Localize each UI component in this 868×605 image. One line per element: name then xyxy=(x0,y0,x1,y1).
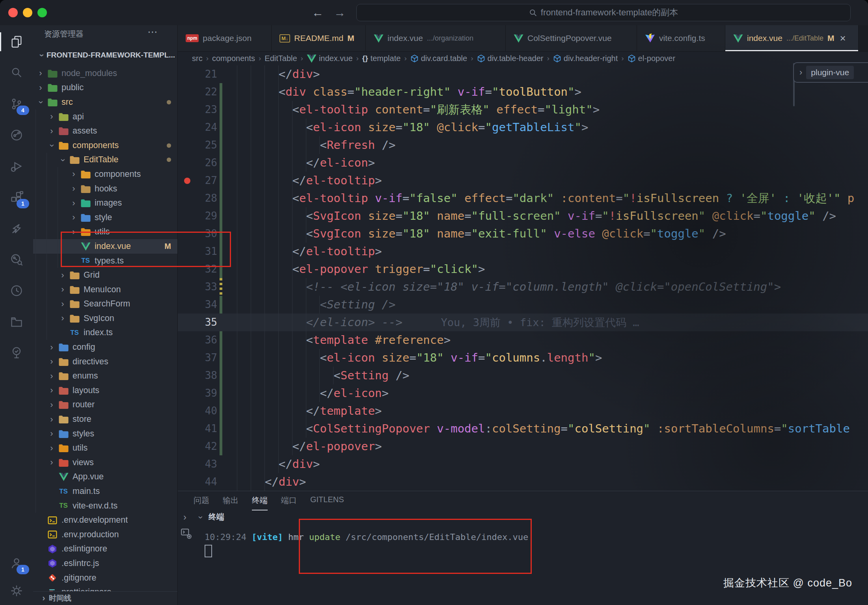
breadcrumb-item-template[interactable]: {}template xyxy=(362,54,401,63)
command-center-search[interactable]: frontend-framework-template的副本 xyxy=(356,4,851,21)
breakpoint-icon[interactable] xyxy=(184,178,190,184)
code-line-27[interactable]: 27</el-tooltip> xyxy=(178,172,868,189)
close-icon[interactable]: × xyxy=(840,32,846,45)
tree-file-.eslintrc.js[interactable]: ›.eslintrc.js xyxy=(33,556,177,571)
tree-folder-config[interactable]: ›config xyxy=(33,340,177,354)
code-line-28[interactable]: 28<el-tooltip v-if="false" effect="dark"… xyxy=(178,189,868,207)
tree-folder-api[interactable]: ›api xyxy=(33,109,177,124)
tree-file-vite-env.d.ts[interactable]: ›TSvite-env.d.ts xyxy=(33,499,177,513)
code-line-33[interactable]: 33<!-- <el-icon size="18" v-if="column.l… xyxy=(178,278,868,296)
tab-index.vue.../organization[interactable]: index.vue.../organization xyxy=(366,25,506,51)
tab-index.vue.../EditTable[interactable]: index.vue.../EditTableM× xyxy=(725,25,859,51)
forward-arrow-icon[interactable]: → xyxy=(332,5,348,20)
code-line-23[interactable]: 23<el-tooltip content="刷新表格" effect="lig… xyxy=(178,101,868,119)
tree-file-index.ts[interactable]: ›TSindex.ts xyxy=(33,326,177,340)
panel-tab-问题[interactable]: 问题 xyxy=(194,495,209,510)
history-icon[interactable] xyxy=(0,277,33,305)
tree-file-.env.production[interactable]: ›.env.production xyxy=(33,527,177,542)
tree-folder-components[interactable]: ›components xyxy=(33,167,177,182)
code-line-38[interactable]: 38<Setting /> xyxy=(178,367,868,384)
panel-tab-输出[interactable]: 输出 xyxy=(223,495,238,510)
tree-folder-node_modules[interactable]: ›node_modules xyxy=(33,66,177,81)
breadcrumb-item-div.table-header[interactable]: div.table-header xyxy=(477,54,544,63)
tree-folder-layouts[interactable]: ›layouts xyxy=(33,383,177,398)
more-actions-icon[interactable]: ⋯ xyxy=(147,26,158,38)
breadcrumb-item-el-popover[interactable]: el-popover xyxy=(628,54,676,63)
tree-folder-utils[interactable]: ›utils xyxy=(33,441,177,455)
code-line-42[interactable]: 42</el-popover> xyxy=(178,438,868,455)
panel-tab-端口[interactable]: 端口 xyxy=(281,495,297,510)
code-line-30[interactable]: 30<SvgIcon size="18" name="exit-full" v-… xyxy=(178,225,868,243)
folder-library-icon[interactable] xyxy=(0,308,33,336)
panel-tab-GITLENS[interactable]: GITLENS xyxy=(310,495,344,510)
maximize-window-button[interactable] xyxy=(37,8,47,17)
tree-folder-images[interactable]: ›images xyxy=(33,196,177,210)
tree-folder-public[interactable]: ›public xyxy=(33,81,177,95)
code-line-35[interactable]: 35</el-icon> -->You, 3周前 • fix: 重构列设置代码 … xyxy=(178,314,868,331)
terminal-section-header[interactable]: › 终端 xyxy=(195,512,224,522)
code-line-34[interactable]: 34<Setting /> xyxy=(178,296,868,314)
tab-ColSettingPopover.vue[interactable]: ColSettingPopover.vue xyxy=(506,25,637,51)
todo-tree-icon[interactable] xyxy=(0,339,33,367)
tree-folder-hooks[interactable]: ›hooks xyxy=(33,182,177,196)
tree-folder-components[interactable]: ›components xyxy=(33,138,177,153)
code-line-29[interactable]: 29<SvgIcon size="18" name="full-screen" … xyxy=(178,207,868,225)
tree-folder-assets[interactable]: ›assets xyxy=(33,124,177,138)
split-terminal-icon[interactable] xyxy=(180,527,192,541)
tree-folder-SearchForm[interactable]: ›SearchForm xyxy=(33,297,177,312)
tree-file-.env.development[interactable]: ›.env.development xyxy=(33,513,177,527)
timeline-section[interactable]: › 时间线 xyxy=(33,591,177,605)
git-search-icon[interactable] xyxy=(0,245,33,274)
panel-chevron-icon[interactable]: › xyxy=(183,512,186,523)
tab-package.json[interactable]: npmpackage.json xyxy=(178,25,272,51)
tree-file-App.vue[interactable]: ›App.vue xyxy=(33,470,177,484)
tree-folder-MenuIcon[interactable]: ›MenuIcon xyxy=(33,282,177,297)
code-line-36[interactable]: 36<template #reference> xyxy=(178,331,868,349)
breadcrumb-item-index.vue[interactable]: index.vue xyxy=(307,54,353,63)
tree-folder-styles[interactable]: ›styles xyxy=(33,427,177,441)
tab-vite.config.ts[interactable]: vite.config.ts xyxy=(637,25,725,51)
code-line-37[interactable]: 37<el-icon size="18" v-if="columns.lengt… xyxy=(178,349,868,367)
search-icon[interactable] xyxy=(0,59,33,87)
tree-folder-store[interactable]: ›store xyxy=(33,412,177,427)
tree-folder-EditTable[interactable]: ›EditTable xyxy=(33,153,177,167)
code-line-41[interactable]: 41<ColSettingPopover v-model:colSetting=… xyxy=(178,420,868,438)
tree-folder-router[interactable]: ›router xyxy=(33,398,177,412)
code-line-26[interactable]: 26</el-icon> xyxy=(178,154,868,172)
tree-file-.eslintignore[interactable]: ›.eslintignore xyxy=(33,542,177,557)
run-debug-icon[interactable] xyxy=(0,152,33,180)
breadcrumb-item-src[interactable]: src xyxy=(192,54,203,63)
breadcrumb-item-components[interactable]: components xyxy=(212,54,255,63)
settings-gear-icon[interactable] xyxy=(0,577,33,605)
code-line-44[interactable]: 44</div> xyxy=(178,473,868,491)
breadcrumb-item-div.header-right[interactable]: div.header-right xyxy=(553,54,618,63)
code-line-39[interactable]: 39</el-icon> xyxy=(178,384,868,402)
breadcrumb-item-EditTable[interactable]: EditTable xyxy=(264,54,297,63)
tree-folder-SvgIcon[interactable]: ›SvgIcon xyxy=(33,311,177,326)
plugin-vue-widget[interactable]: › plugin-vue xyxy=(793,62,868,83)
tree-folder-enums[interactable]: ›enums xyxy=(33,369,177,383)
project-section-header[interactable]: › FRONTEND-FRAMEWORK-TEMPL... xyxy=(33,47,177,63)
tree-file-.gitignore[interactable]: ›.gitignore xyxy=(33,571,177,585)
code-line-43[interactable]: 43</div> xyxy=(178,455,868,473)
source-control-icon[interactable]: 4 xyxy=(0,90,33,118)
tab-README.md[interactable]: M↓README.mdM xyxy=(272,25,366,51)
tree-folder-style[interactable]: ›style xyxy=(33,210,177,225)
tree-folder-directives[interactable]: ›directives xyxy=(33,354,177,369)
gitlens-icon[interactable] xyxy=(0,214,33,243)
back-arrow-icon[interactable]: ← xyxy=(310,5,326,20)
code-line-22[interactable]: 22<div class="header-right" v-if="toolBu… xyxy=(178,83,868,101)
code-line-24[interactable]: 24<el-icon size="18" @click="getTableLis… xyxy=(178,119,868,136)
breadcrumb[interactable]: src›components›EditTable›index.vue›{}tem… xyxy=(178,51,868,65)
gitlens-inspect-icon[interactable] xyxy=(0,121,33,149)
tree-folder-Grid[interactable]: ›Grid xyxy=(33,268,177,282)
tree-folder-views[interactable]: ›views xyxy=(33,455,177,470)
tree-folder-src[interactable]: ›src xyxy=(33,95,177,109)
code-line-25[interactable]: 25<Refresh /> xyxy=(178,136,868,154)
code-line-40[interactable]: 40</template> xyxy=(178,402,868,420)
code-line-32[interactable]: 32<el-popover trigger="click"> xyxy=(178,260,868,278)
tree-file-main.ts[interactable]: ›TSmain.ts xyxy=(33,484,177,499)
accounts-icon[interactable]: 1 xyxy=(0,549,33,577)
extensions-icon[interactable]: 1 xyxy=(0,183,33,212)
close-window-button[interactable] xyxy=(8,8,18,17)
